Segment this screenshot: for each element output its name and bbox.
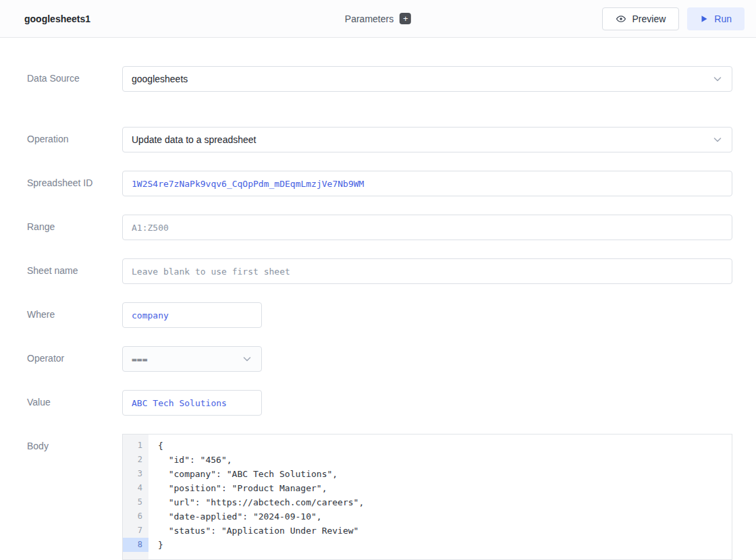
where-input[interactable]: [122, 302, 262, 328]
parameters-section: Parameters +: [345, 13, 411, 24]
code-line: }: [158, 538, 732, 552]
code-line: "status": "Application Under Review": [158, 524, 732, 538]
line-number: 6: [123, 509, 148, 524]
data-source-select[interactable]: googlesheets: [122, 66, 732, 92]
code-line: "id": "456",: [158, 453, 732, 467]
line-number: 2: [123, 453, 148, 467]
query-name: googlesheets1: [24, 13, 90, 24]
code-line: "url": "https://abctech.com/careers",: [158, 495, 732, 509]
topbar-actions: Preview Run: [602, 7, 745, 30]
value-input[interactable]: [122, 390, 262, 416]
preview-button-label: Preview: [632, 13, 666, 24]
data-source-label: Data Source: [27, 66, 122, 92]
line-number: 7: [123, 524, 148, 538]
sheet-name-input[interactable]: [122, 258, 732, 284]
field-sheet-name: Sheet name: [27, 258, 732, 284]
chevron-down-icon: [712, 74, 723, 84]
field-body: Body 1 2 3 4 5 6 7 8 { "id": "456", "com…: [27, 434, 732, 560]
code-line: {: [158, 439, 732, 453]
field-operation: Operation Update data to a spreadsheet: [27, 127, 732, 152]
query-form: Data Source googlesheets Operation Updat…: [0, 38, 756, 560]
code-line: "company": "ABC Tech Solutions",: [158, 467, 732, 481]
range-input[interactable]: [122, 215, 732, 240]
line-number: 5: [123, 495, 148, 509]
preview-button[interactable]: Preview: [602, 7, 680, 30]
play-icon: [700, 15, 708, 23]
operator-label: Operator: [27, 346, 122, 372]
field-operator: Operator ===: [27, 346, 732, 372]
chevron-down-icon: [242, 354, 252, 364]
operator-select[interactable]: ===: [122, 346, 262, 372]
field-spreadsheet-id: Spreadsheet ID: [27, 171, 732, 196]
field-data-source: Data Source googlesheets: [27, 66, 732, 92]
add-parameter-button[interactable]: +: [400, 13, 411, 24]
plus-icon: +: [403, 14, 408, 23]
sheet-name-label: Sheet name: [27, 258, 122, 284]
range-label: Range: [27, 215, 122, 240]
code-line: "position": "Product Manager",: [158, 481, 732, 495]
line-number-gutter: 1 2 3 4 5 6 7 8: [123, 435, 148, 559]
code-line: "date-applied": "2024-09-10",: [158, 509, 732, 524]
field-range: Range: [27, 215, 732, 240]
code-area[interactable]: { "id": "456", "company": "ABC Tech Solu…: [148, 435, 732, 559]
operation-value: Update data to a spreadsheet: [132, 134, 256, 145]
line-number: 4: [123, 481, 148, 495]
topbar: googlesheets1 Parameters + Preview Run: [0, 0, 756, 38]
data-source-value: googlesheets: [132, 74, 188, 84]
value-label: Value: [27, 390, 122, 416]
run-button[interactable]: Run: [687, 7, 745, 30]
line-number: 8: [123, 538, 148, 552]
eye-icon: [616, 13, 626, 24]
where-label: Where: [27, 302, 122, 328]
chevron-down-icon: [712, 134, 723, 145]
operation-select[interactable]: Update data to a spreadsheet: [122, 127, 732, 152]
body-label: Body: [27, 434, 122, 560]
operation-label: Operation: [27, 127, 122, 152]
spreadsheet-id-input[interactable]: [122, 171, 732, 196]
body-code-editor[interactable]: 1 2 3 4 5 6 7 8 { "id": "456", "company"…: [122, 434, 732, 560]
field-where: Where: [27, 302, 732, 328]
run-button-label: Run: [714, 13, 732, 24]
line-number: 3: [123, 467, 148, 481]
spreadsheet-id-label: Spreadsheet ID: [27, 171, 122, 196]
parameters-label: Parameters: [345, 13, 394, 24]
field-value: Value: [27, 390, 732, 416]
line-number: 1: [123, 439, 148, 453]
operator-value: ===: [132, 354, 147, 364]
